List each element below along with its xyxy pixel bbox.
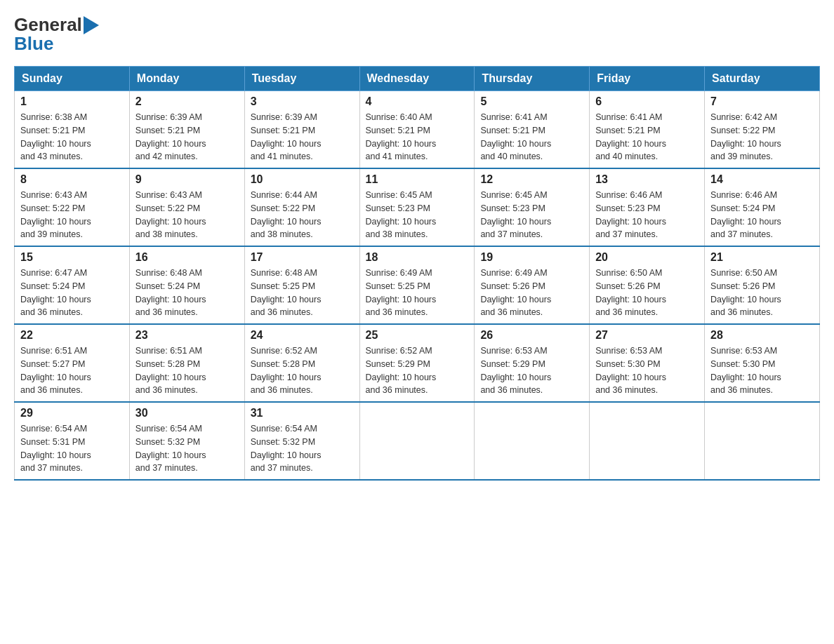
calendar-cell — [705, 402, 820, 480]
day-info: Sunrise: 6:38 AM Sunset: 5:21 PM Dayligh… — [20, 111, 124, 163]
calendar-header-row: SundayMondayTuesdayWednesdayThursdayFrid… — [15, 67, 820, 91]
day-number: 8 — [20, 173, 124, 186]
day-info: Sunrise: 6:46 AM Sunset: 5:24 PM Dayligh… — [710, 189, 814, 241]
day-info: Sunrise: 6:54 AM Sunset: 5:32 PM Dayligh… — [135, 422, 239, 475]
day-info: Sunrise: 6:47 AM Sunset: 5:24 PM Dayligh… — [20, 267, 124, 319]
day-number: 16 — [135, 251, 239, 264]
logo: General Blue — [14, 14, 99, 55]
calendar-cell: 6 Sunrise: 6:41 AM Sunset: 5:21 PM Dayli… — [590, 91, 705, 169]
day-number: 17 — [251, 251, 354, 264]
day-number: 25 — [366, 329, 469, 342]
calendar-week-row: 29 Sunrise: 6:54 AM Sunset: 5:31 PM Dayl… — [15, 402, 820, 480]
calendar-cell: 5 Sunrise: 6:41 AM Sunset: 5:21 PM Dayli… — [475, 91, 590, 169]
calendar-cell: 26 Sunrise: 6:53 AM Sunset: 5:29 PM Dayl… — [475, 324, 590, 402]
column-header-sunday: Sunday — [15, 67, 130, 91]
day-number: 9 — [135, 173, 239, 186]
calendar-week-row: 15 Sunrise: 6:47 AM Sunset: 5:24 PM Dayl… — [15, 246, 820, 324]
calendar-cell: 17 Sunrise: 6:48 AM Sunset: 5:25 PM Dayl… — [244, 246, 359, 324]
day-info: Sunrise: 6:50 AM Sunset: 5:26 PM Dayligh… — [595, 267, 699, 319]
logo-arrow-icon — [84, 16, 99, 34]
column-header-thursday: Thursday — [475, 67, 590, 91]
day-info: Sunrise: 6:54 AM Sunset: 5:32 PM Dayligh… — [251, 422, 354, 475]
column-header-saturday: Saturday — [705, 67, 820, 91]
day-number: 26 — [480, 329, 583, 342]
day-info: Sunrise: 6:40 AM Sunset: 5:21 PM Dayligh… — [366, 111, 469, 163]
calendar-cell — [359, 402, 475, 480]
day-info: Sunrise: 6:45 AM Sunset: 5:23 PM Dayligh… — [366, 189, 469, 241]
day-info: Sunrise: 6:41 AM Sunset: 5:21 PM Dayligh… — [480, 111, 583, 163]
calendar-week-row: 8 Sunrise: 6:43 AM Sunset: 5:22 PM Dayli… — [15, 168, 820, 246]
day-info: Sunrise: 6:49 AM Sunset: 5:25 PM Dayligh… — [366, 267, 469, 319]
day-info: Sunrise: 6:43 AM Sunset: 5:22 PM Dayligh… — [135, 189, 239, 241]
day-info: Sunrise: 6:46 AM Sunset: 5:23 PM Dayligh… — [595, 189, 699, 241]
column-header-friday: Friday — [590, 67, 705, 91]
day-number: 28 — [710, 329, 814, 342]
calendar-week-row: 22 Sunrise: 6:51 AM Sunset: 5:27 PM Dayl… — [15, 324, 820, 402]
day-number: 20 — [595, 251, 699, 264]
day-info: Sunrise: 6:45 AM Sunset: 5:23 PM Dayligh… — [480, 189, 583, 241]
calendar-table: SundayMondayTuesdayWednesdayThursdayFrid… — [14, 66, 820, 481]
calendar-cell: 16 Sunrise: 6:48 AM Sunset: 5:24 PM Dayl… — [129, 246, 244, 324]
day-number: 14 — [710, 173, 814, 186]
calendar-cell: 2 Sunrise: 6:39 AM Sunset: 5:21 PM Dayli… — [129, 91, 244, 169]
day-info: Sunrise: 6:49 AM Sunset: 5:26 PM Dayligh… — [480, 267, 583, 319]
calendar-cell — [590, 402, 705, 480]
day-number: 4 — [366, 95, 469, 108]
day-number: 18 — [366, 251, 469, 264]
day-number: 3 — [251, 95, 354, 108]
calendar-cell: 14 Sunrise: 6:46 AM Sunset: 5:24 PM Dayl… — [705, 168, 820, 246]
calendar-cell: 3 Sunrise: 6:39 AM Sunset: 5:21 PM Dayli… — [244, 91, 359, 169]
day-number: 10 — [251, 173, 354, 186]
page-header: General Blue — [14, 14, 820, 55]
calendar-cell: 13 Sunrise: 6:46 AM Sunset: 5:23 PM Dayl… — [590, 168, 705, 246]
day-number: 12 — [480, 173, 583, 186]
calendar-cell: 29 Sunrise: 6:54 AM Sunset: 5:31 PM Dayl… — [15, 402, 130, 480]
day-number: 13 — [595, 173, 699, 186]
calendar-cell: 12 Sunrise: 6:45 AM Sunset: 5:23 PM Dayl… — [475, 168, 590, 246]
day-info: Sunrise: 6:41 AM Sunset: 5:21 PM Dayligh… — [595, 111, 699, 163]
day-number: 29 — [20, 407, 124, 420]
svg-marker-0 — [84, 16, 99, 34]
day-number: 2 — [135, 95, 239, 108]
calendar-cell: 4 Sunrise: 6:40 AM Sunset: 5:21 PM Dayli… — [359, 91, 475, 169]
calendar-cell: 24 Sunrise: 6:52 AM Sunset: 5:28 PM Dayl… — [244, 324, 359, 402]
day-number: 31 — [251, 407, 354, 420]
day-info: Sunrise: 6:50 AM Sunset: 5:26 PM Dayligh… — [710, 267, 814, 319]
day-info: Sunrise: 6:42 AM Sunset: 5:22 PM Dayligh… — [710, 111, 814, 163]
day-info: Sunrise: 6:53 AM Sunset: 5:30 PM Dayligh… — [710, 344, 814, 397]
day-number: 30 — [135, 407, 239, 420]
column-header-monday: Monday — [129, 67, 244, 91]
calendar-cell: 22 Sunrise: 6:51 AM Sunset: 5:27 PM Dayl… — [15, 324, 130, 402]
calendar-cell: 7 Sunrise: 6:42 AM Sunset: 5:22 PM Dayli… — [705, 91, 820, 169]
day-number: 6 — [595, 95, 699, 108]
day-number: 21 — [710, 251, 814, 264]
day-number: 1 — [20, 95, 124, 108]
day-info: Sunrise: 6:53 AM Sunset: 5:30 PM Dayligh… — [595, 344, 699, 397]
calendar-cell: 21 Sunrise: 6:50 AM Sunset: 5:26 PM Dayl… — [705, 246, 820, 324]
day-number: 11 — [366, 173, 469, 186]
calendar-cell: 25 Sunrise: 6:52 AM Sunset: 5:29 PM Dayl… — [359, 324, 475, 402]
day-info: Sunrise: 6:43 AM Sunset: 5:22 PM Dayligh… — [20, 189, 124, 241]
logo-blue-text: Blue — [14, 33, 53, 55]
day-info: Sunrise: 6:52 AM Sunset: 5:28 PM Dayligh… — [251, 344, 354, 397]
day-number: 23 — [135, 329, 239, 342]
calendar-cell: 11 Sunrise: 6:45 AM Sunset: 5:23 PM Dayl… — [359, 168, 475, 246]
day-info: Sunrise: 6:51 AM Sunset: 5:27 PM Dayligh… — [20, 344, 124, 397]
day-info: Sunrise: 6:54 AM Sunset: 5:31 PM Dayligh… — [20, 422, 124, 475]
day-number: 22 — [20, 329, 124, 342]
day-info: Sunrise: 6:48 AM Sunset: 5:25 PM Dayligh… — [251, 267, 354, 319]
calendar-cell: 28 Sunrise: 6:53 AM Sunset: 5:30 PM Dayl… — [705, 324, 820, 402]
calendar-cell: 27 Sunrise: 6:53 AM Sunset: 5:30 PM Dayl… — [590, 324, 705, 402]
day-number: 7 — [710, 95, 814, 108]
day-info: Sunrise: 6:39 AM Sunset: 5:21 PM Dayligh… — [135, 111, 239, 163]
calendar-cell: 1 Sunrise: 6:38 AM Sunset: 5:21 PM Dayli… — [15, 91, 130, 169]
day-info: Sunrise: 6:39 AM Sunset: 5:21 PM Dayligh… — [251, 111, 354, 163]
calendar-cell: 31 Sunrise: 6:54 AM Sunset: 5:32 PM Dayl… — [244, 402, 359, 480]
day-number: 19 — [480, 251, 583, 264]
calendar-cell: 10 Sunrise: 6:44 AM Sunset: 5:22 PM Dayl… — [244, 168, 359, 246]
day-info: Sunrise: 6:44 AM Sunset: 5:22 PM Dayligh… — [251, 189, 354, 241]
calendar-cell: 30 Sunrise: 6:54 AM Sunset: 5:32 PM Dayl… — [129, 402, 244, 480]
column-header-wednesday: Wednesday — [359, 67, 475, 91]
calendar-week-row: 1 Sunrise: 6:38 AM Sunset: 5:21 PM Dayli… — [15, 91, 820, 169]
calendar-cell: 9 Sunrise: 6:43 AM Sunset: 5:22 PM Dayli… — [129, 168, 244, 246]
